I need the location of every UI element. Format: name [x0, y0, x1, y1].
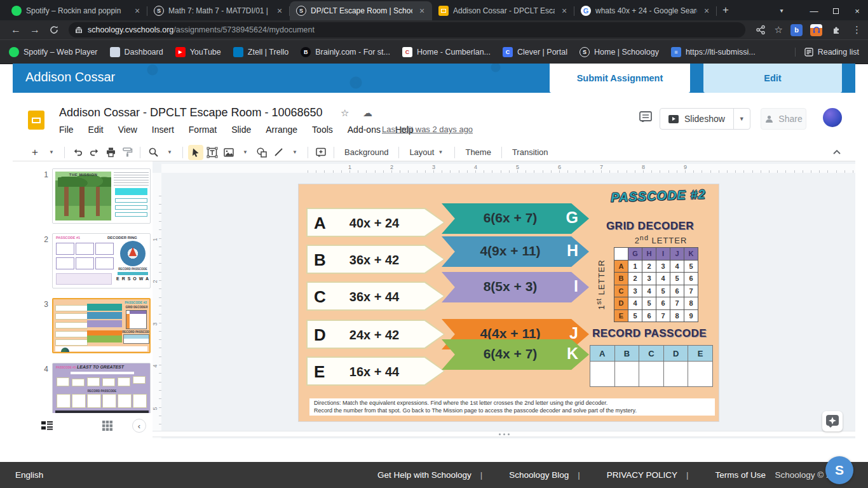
tab-math7[interactable]: S Math 7: Math 7 - MAT7DI/01 | × — [147, 1, 290, 20]
menu-format[interactable]: Format — [189, 125, 217, 135]
background-button[interactable]: Background — [339, 145, 394, 160]
passcode-cell-a[interactable] — [590, 362, 615, 387]
menu-file[interactable]: File — [59, 125, 74, 135]
redo-button[interactable] — [86, 145, 102, 160]
tab-close-icon[interactable]: × — [275, 6, 285, 16]
directions-text-box[interactable]: Directions: Match the equivalent express… — [309, 398, 715, 416]
tab-slides-doc[interactable]: Addison Cossar - DPCLT Escap × — [432, 1, 574, 20]
expression-box-a[interactable]: A40x + 24 — [306, 208, 445, 237]
text-box-button[interactable] — [205, 145, 220, 160]
theme-button[interactable]: Theme — [459, 145, 496, 160]
reading-list-button[interactable]: Reading list — [795, 48, 859, 57]
explore-button[interactable] — [822, 411, 843, 431]
bookmark-lti[interactable]: ≡https://lti-submissi... — [671, 47, 756, 57]
tab-close-icon[interactable]: × — [417, 6, 427, 16]
submit-assignment-button[interactable]: Submit Assignment — [550, 64, 690, 93]
new-tab-button[interactable]: + — [717, 1, 735, 19]
record-passcode-table[interactable]: ABCDE — [590, 345, 713, 387]
extensions-puzzle-icon[interactable] — [830, 24, 842, 36]
tab-search-chevron-icon[interactable]: ▾ — [773, 1, 790, 19]
bookmark-dashboard[interactable]: Dashboard — [110, 47, 163, 57]
collapse-toolbar-icon[interactable] — [832, 149, 841, 155]
footer-link-terms[interactable]: Terms of Use — [686, 470, 775, 480]
bookmark-trello[interactable]: Ztell | Trello — [233, 47, 288, 57]
expression-box-d[interactable]: D24x + 42 — [306, 320, 445, 349]
grid-view-icon[interactable] — [102, 420, 113, 431]
slideshow-dropdown[interactable]: ▼ — [733, 109, 750, 129]
expression-box-e[interactable]: E16x + 44 — [306, 356, 445, 386]
menu-insert[interactable]: Insert — [152, 125, 174, 135]
account-avatar[interactable] — [823, 108, 842, 127]
factored-arrow-g[interactable]: 6(6x + 7)G — [442, 203, 589, 234]
insert-shape-button[interactable] — [254, 145, 269, 160]
extension-bing-icon[interactable]: b — [790, 24, 803, 36]
slide-thumbnail-2[interactable]: PASSCODE #1 DECODER RING RECORD PASSCODE… — [52, 233, 151, 288]
filmstrip-view-icon[interactable] — [41, 420, 53, 431]
passcode-2-title[interactable]: PASSCODE #2 — [602, 187, 715, 205]
tab-google-search[interactable]: G whats 40x + 24 - Google Searc × — [574, 1, 717, 20]
bookmark-spotify[interactable]: Spotify – Web Player — [9, 47, 98, 57]
transition-button[interactable]: Transition — [506, 145, 554, 160]
footer-link-blog[interactable]: Schoology Blog — [480, 470, 578, 480]
menu-edit[interactable]: Edit — [88, 125, 104, 135]
menu-tools[interactable]: Tools — [312, 125, 333, 135]
passcode-cell-d[interactable] — [664, 362, 689, 387]
select-tool-button[interactable] — [188, 145, 203, 160]
footer-link-help[interactable]: Get Help with Schoology — [369, 470, 480, 480]
slide-thumbnail-1[interactable]: THE MISSION — [52, 168, 151, 224]
reload-button[interactable] — [44, 22, 64, 38]
forward-button[interactable]: → — [25, 22, 44, 38]
factored-arrow-i[interactable]: 8(5x + 3)I — [442, 272, 589, 302]
record-passcode-title[interactable]: RECORD PASSCODE — [586, 327, 713, 340]
bookmark-star-icon[interactable]: ☆ — [775, 24, 783, 36]
grid-decoder-title[interactable]: GRID DECODER — [588, 220, 712, 233]
paint-format-button[interactable] — [119, 145, 135, 160]
menu-view[interactable]: View — [118, 125, 137, 135]
address-bar[interactable]: schoology.cvschools.org/assignments/5738… — [69, 22, 745, 37]
undo-button[interactable] — [70, 145, 85, 160]
slide-thumbnail-4[interactable]: PASSCODE #3 LEAST TO GREATEST RECORD PAS… — [52, 363, 151, 418]
share-icon[interactable] — [756, 25, 766, 35]
bookmark-brainly[interactable]: BBrainly.com - For st... — [301, 47, 390, 57]
slide-page[interactable]: A40x + 24 B36x + 42 C36x + 44 D24x + 42 … — [299, 184, 719, 421]
passcode-cell-e[interactable] — [688, 362, 713, 387]
bookmark-cumberland[interactable]: CHome - Cumberlan... — [402, 47, 491, 57]
print-button[interactable] — [103, 145, 118, 160]
collapse-filmstrip-button[interactable]: ‹ — [132, 419, 146, 433]
star-doc-icon[interactable]: ☆ — [341, 107, 349, 119]
tab-escape-room-active[interactable]: S DP/CLT Escape Room | School × — [290, 1, 432, 20]
passcode-cell-b[interactable] — [615, 362, 640, 387]
zoom-button[interactable] — [146, 145, 161, 160]
menu-slide[interactable]: Slide — [231, 125, 251, 135]
slideshow-button[interactable]: Slideshow — [660, 109, 733, 129]
doc-title[interactable]: Addison Cossar - DPCLT Escape Room - 100… — [59, 106, 323, 119]
zoom-dropdown-icon[interactable]: ▼ — [162, 145, 177, 160]
slide-thumbnail-3-selected[interactable]: PASSCODE #2 GRID DECODER RECORD PASSCODE — [52, 298, 151, 353]
factored-arrow-k[interactable]: 6(4x + 7)K — [442, 339, 589, 370]
tab-close-icon[interactable]: × — [132, 6, 142, 16]
insert-image-button[interactable] — [221, 145, 236, 160]
bookmark-clever[interactable]: CClever | Portal — [503, 47, 567, 57]
close-window-button[interactable]: × — [846, 1, 868, 20]
speaker-notes-splitter[interactable] — [153, 431, 855, 437]
tab-close-icon[interactable]: × — [559, 6, 569, 16]
line-dropdown-icon[interactable]: ▼ — [287, 145, 302, 160]
tab-close-icon[interactable]: × — [702, 6, 712, 16]
factored-arrow-h[interactable]: 4(9x + 11)H — [442, 236, 589, 267]
language-selector[interactable]: English — [15, 470, 43, 480]
back-button[interactable]: ← — [6, 22, 25, 38]
schoology-support-bubble[interactable]: S — [825, 456, 853, 484]
insert-comment-button[interactable] — [313, 145, 329, 160]
tab-spotify[interactable]: Spotify – Rockin and poppin × — [5, 1, 147, 20]
browser-menu-icon[interactable]: ⋮ — [852, 24, 862, 36]
grid-decoder-table[interactable]: GHIJK A12345 B23456 C34567 D45678 E56789 — [614, 247, 698, 322]
expression-box-b[interactable]: B36x + 42 — [306, 245, 445, 274]
menu-addons[interactable]: Add-ons — [348, 125, 381, 135]
extension-audio-icon[interactable] — [810, 24, 822, 36]
insert-line-button[interactable] — [271, 145, 286, 160]
edit-button[interactable]: Edit — [703, 64, 842, 93]
new-slide-dropdown-icon[interactable]: ▼ — [44, 145, 59, 160]
layout-button[interactable]: Layout▼ — [403, 145, 450, 160]
new-slide-button[interactable]: + — [27, 145, 43, 160]
restore-button[interactable] — [825, 1, 846, 20]
